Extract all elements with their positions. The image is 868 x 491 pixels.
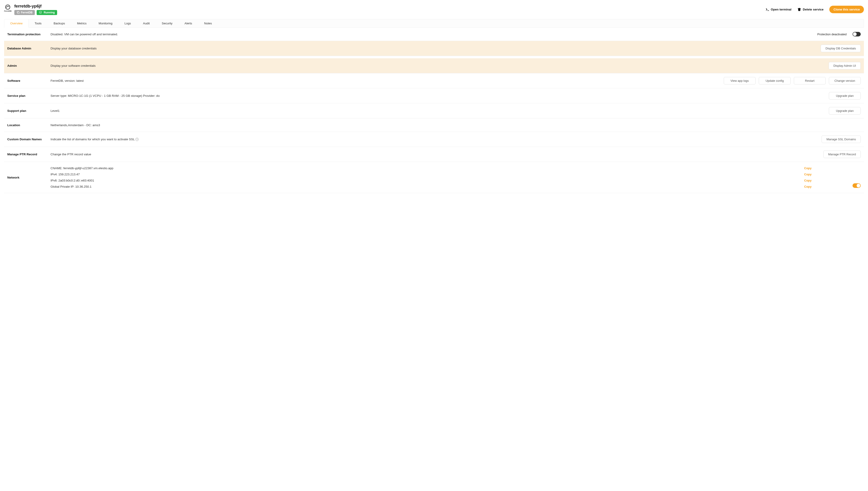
row-desc: Display your software credentials bbox=[51, 64, 829, 67]
network-ipv4-value: IPv4: 159.223.213.47 bbox=[51, 173, 804, 176]
tab-logs[interactable]: Logs bbox=[119, 19, 137, 27]
service-title: ferretdb-yp6jf bbox=[14, 4, 57, 9]
row-network: Network CNAME: ferretdb-yp6jf-u22387.vm.… bbox=[4, 162, 864, 193]
view-app-logs-button[interactable]: View app logs bbox=[724, 77, 755, 85]
row-service-plan: Service plan Server type: MICRO-1C-1G (1… bbox=[4, 88, 864, 103]
copy-ipv6-button[interactable]: Copy bbox=[804, 179, 853, 182]
service-logo: FerretDB bbox=[4, 4, 11, 12]
tab-backups[interactable]: Backups bbox=[48, 19, 71, 27]
row-database-admin: Database Admin Display your database cre… bbox=[4, 41, 864, 56]
status-badge: Running bbox=[37, 10, 57, 15]
domains-desc-text: Indicate the list of domains for which y… bbox=[51, 138, 135, 141]
tab-overview[interactable]: Overview bbox=[4, 19, 29, 28]
row-support-plan: Support plan Level1 Upgrade plan bbox=[4, 104, 864, 118]
tab-audit[interactable]: Audit bbox=[137, 19, 156, 27]
update-config-button[interactable]: Update config bbox=[759, 77, 790, 85]
page-header: FerretDB ferretdb-yp6jf FerretDB bbox=[4, 3, 864, 16]
network-ipv6-value: IPv6: 2a03:b0c0:2:d0::e83:4001 bbox=[51, 179, 804, 182]
stack-icon bbox=[17, 11, 20, 14]
row-termination-protection: Termination protection Disabled. VM can … bbox=[4, 28, 864, 41]
upgrade-support-plan-button[interactable]: Upgrade plan bbox=[829, 107, 861, 115]
overview-panel: Termination protection Disabled. VM can … bbox=[4, 28, 864, 193]
row-desc: Disabled. VM can be powered off and term… bbox=[51, 33, 817, 36]
network-cname-value: CNAME: ferretdb-yp6jf-u22387.vm.elestio.… bbox=[51, 167, 804, 170]
copy-ipv4-button[interactable]: Copy bbox=[804, 173, 853, 176]
tab-metrics[interactable]: Metrics bbox=[71, 19, 93, 27]
manage-ptr-record-button[interactable]: Manage PTR Record bbox=[824, 150, 861, 158]
row-desc: Server type: MICRO-1C-1G (1 VCPU - 1 GB … bbox=[51, 94, 829, 97]
row-desc: Level1 bbox=[51, 109, 829, 113]
network-private-ip-value: Global Private IP: 10.36.250.1 bbox=[51, 185, 804, 188]
row-ptr-record: Manage PTR Record Change the PTR record … bbox=[4, 147, 864, 162]
upgrade-service-plan-button[interactable]: Upgrade plan bbox=[829, 92, 861, 99]
row-label: Service plan bbox=[7, 94, 51, 97]
network-ipv4-line: IPv4: 159.223.213.47 Copy bbox=[51, 173, 852, 176]
protection-toggle[interactable] bbox=[852, 32, 861, 36]
tab-alerts[interactable]: Alerts bbox=[179, 19, 198, 27]
row-label: Support plan bbox=[7, 109, 51, 113]
tab-tools[interactable]: Tools bbox=[29, 19, 48, 27]
open-terminal-label: Open terminal bbox=[771, 8, 792, 11]
row-label: Network bbox=[7, 176, 51, 179]
svg-point-0 bbox=[6, 5, 10, 9]
row-label: Database Admin bbox=[7, 47, 51, 50]
copy-cname-button[interactable]: Copy bbox=[804, 167, 853, 170]
tab-notes[interactable]: Notes bbox=[198, 19, 218, 27]
row-label: Manage PTR Record bbox=[7, 152, 51, 156]
network-toggle[interactable] bbox=[852, 183, 861, 188]
row-desc: FerretDB, version: latest bbox=[51, 79, 724, 82]
network-ipv6-line: IPv6: 2a03:b0c0:2:d0::e83:4001 Copy bbox=[51, 179, 852, 182]
row-desc: Change the PTR record value bbox=[51, 152, 824, 156]
row-desc: Display your database credentials bbox=[51, 47, 821, 50]
row-label: Admin bbox=[7, 64, 51, 67]
network-private-ip-line: Global Private IP: 10.36.250.1 Copy bbox=[51, 185, 852, 188]
network-cname-line: CNAME: ferretdb-yp6jf-u22387.vm.elestio.… bbox=[51, 167, 852, 170]
open-terminal-button[interactable]: Open terminal bbox=[765, 7, 792, 11]
protection-toggle-label: Protection deactivated bbox=[817, 33, 847, 36]
row-label: Location bbox=[7, 123, 51, 127]
ferretdb-logo-icon bbox=[5, 4, 11, 10]
delete-service-button[interactable]: Delete service bbox=[798, 7, 824, 11]
tab-security[interactable]: Security bbox=[156, 19, 179, 27]
display-admin-ui-button[interactable]: Display Admin UI bbox=[829, 62, 861, 69]
service-logo-caption: FerretDB bbox=[4, 10, 11, 12]
change-version-button[interactable]: Change version bbox=[829, 77, 861, 85]
row-admin: Admin Display your software credentials … bbox=[4, 58, 864, 73]
row-desc: Indicate the list of domains for which y… bbox=[51, 138, 822, 141]
svg-point-3 bbox=[39, 11, 42, 14]
service-type-badge: FerretDB bbox=[14, 10, 35, 15]
restart-button[interactable]: Restart bbox=[794, 77, 826, 85]
svg-rect-2 bbox=[18, 12, 19, 13]
row-label: Custom Domain Names bbox=[7, 138, 51, 141]
copy-private-ip-button[interactable]: Copy bbox=[804, 185, 853, 188]
display-db-credentials-button[interactable]: Display DB Credentials bbox=[821, 45, 861, 52]
terminal-icon bbox=[765, 7, 769, 11]
tab-bar: Overview Tools Backups Metrics Monitorin… bbox=[4, 19, 864, 28]
help-icon[interactable]: ? bbox=[135, 138, 138, 141]
clone-service-button[interactable]: Clone this service bbox=[829, 6, 864, 13]
check-circle-icon bbox=[39, 11, 42, 15]
row-label: Software bbox=[7, 79, 51, 82]
trash-icon bbox=[798, 7, 801, 11]
row-desc: Netherlands,Amsterdam - DC: ams3 bbox=[51, 123, 861, 127]
service-type-label: FerretDB bbox=[21, 11, 33, 14]
row-custom-domains: Custom Domain Names Indicate the list of… bbox=[4, 132, 864, 147]
manage-ssl-domains-button[interactable]: Manage SSL Domains bbox=[822, 136, 861, 143]
delete-service-label: Delete service bbox=[803, 8, 824, 11]
status-label: Running bbox=[44, 11, 55, 14]
row-label: Termination protection bbox=[7, 33, 51, 36]
tab-monitoring[interactable]: Monitoring bbox=[93, 19, 119, 27]
row-location: Location Netherlands,Amsterdam - DC: ams… bbox=[4, 118, 864, 132]
row-software: Software FerretDB, version: latest View … bbox=[4, 73, 864, 88]
